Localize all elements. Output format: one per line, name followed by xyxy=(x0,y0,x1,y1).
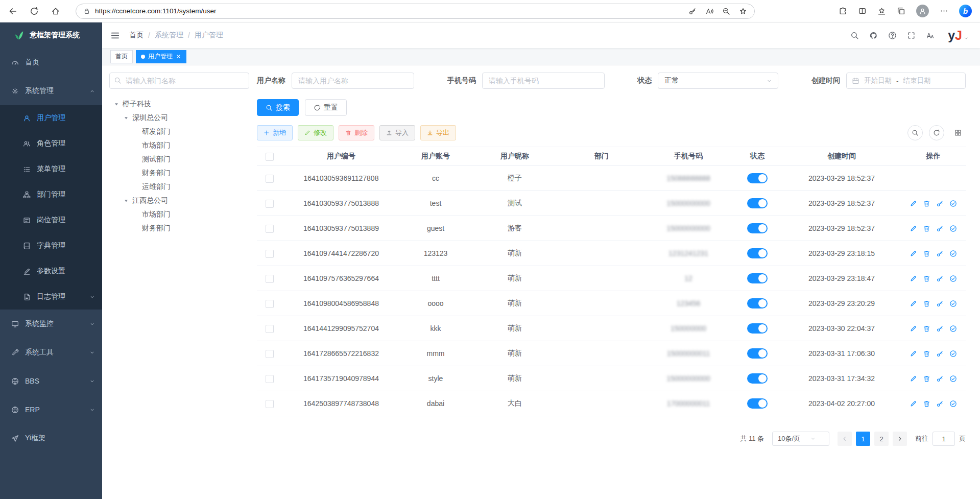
sidebar-item-dict-management[interactable]: 字典管理 xyxy=(0,233,102,258)
edit-row-icon[interactable] xyxy=(910,275,917,282)
page-size-select[interactable]: 10条/页 xyxy=(772,432,829,446)
caret-down-icon[interactable] xyxy=(123,115,129,121)
delete-button[interactable]: 删除 xyxy=(339,125,374,140)
favorites-icon[interactable] xyxy=(877,7,886,15)
caret-down-icon[interactable] xyxy=(113,101,119,107)
collections-icon[interactable] xyxy=(897,7,905,15)
export-button[interactable]: 导出 xyxy=(420,125,456,140)
row-checkbox[interactable] xyxy=(266,225,274,233)
edit-row-icon[interactable] xyxy=(910,225,917,232)
sidebar-item-menu-management[interactable]: 菜单管理 xyxy=(0,156,102,182)
reset-password-icon[interactable] xyxy=(936,325,944,332)
assign-role-icon[interactable] xyxy=(949,200,957,207)
add-button[interactable]: 新增 xyxy=(257,125,293,140)
edit-row-icon[interactable] xyxy=(910,250,917,257)
status-toggle[interactable] xyxy=(747,373,768,384)
next-page-button[interactable] xyxy=(893,432,907,446)
phone-input[interactable] xyxy=(482,73,605,89)
close-icon[interactable] xyxy=(176,54,181,59)
reset-password-icon[interactable] xyxy=(936,225,944,232)
edit-row-icon[interactable] xyxy=(910,300,917,307)
browser-refresh-icon[interactable] xyxy=(30,7,39,16)
status-select[interactable]: 正常 xyxy=(658,73,778,89)
assign-role-icon[interactable] xyxy=(949,225,957,232)
reset-password-icon[interactable] xyxy=(936,250,944,257)
import-button[interactable]: 导入 xyxy=(379,125,415,140)
reset-password-icon[interactable] xyxy=(936,375,944,383)
help-icon[interactable] xyxy=(888,31,897,40)
password-manager-icon[interactable] xyxy=(688,7,697,15)
sidebar-item-system-tools[interactable]: 系统工具 xyxy=(0,338,102,367)
department-search-input[interactable] xyxy=(109,73,249,89)
tab-1[interactable]: 用户管理 xyxy=(136,50,186,63)
delete-row-icon[interactable] xyxy=(923,325,930,332)
page-button-2[interactable]: 2 xyxy=(874,432,889,446)
status-toggle[interactable] xyxy=(747,173,768,183)
assign-role-icon[interactable] xyxy=(949,250,957,257)
delete-row-icon[interactable] xyxy=(923,400,930,408)
delete-row-icon[interactable] xyxy=(923,275,930,282)
status-toggle[interactable] xyxy=(747,273,768,283)
reset-password-icon[interactable] xyxy=(936,350,944,358)
breadcrumb-item[interactable]: 系统管理 xyxy=(155,31,183,40)
refresh-table-button[interactable] xyxy=(929,125,944,140)
delete-row-icon[interactable] xyxy=(923,225,930,232)
copilot-icon[interactable] xyxy=(959,5,972,17)
row-checkbox[interactable] xyxy=(266,325,274,333)
assign-role-icon[interactable] xyxy=(949,300,957,307)
prev-page-button[interactable] xyxy=(838,432,852,446)
toggle-search-button[interactable] xyxy=(907,125,923,140)
address-bar[interactable]: https://ccnetcore.com:1101/system/user xyxy=(76,4,755,19)
row-checkbox[interactable] xyxy=(266,350,274,358)
row-checkbox[interactable] xyxy=(266,200,274,208)
tree-node[interactable]: 测试部门 xyxy=(109,152,249,166)
edit-row-icon[interactable] xyxy=(910,375,917,383)
row-checkbox[interactable] xyxy=(266,275,274,283)
sidebar-item-system-monitor[interactable]: 系统监控 xyxy=(0,310,102,338)
column-settings-button[interactable] xyxy=(950,125,966,140)
tree-node[interactable]: 橙子科技 xyxy=(109,97,249,111)
sidebar-item-role-management[interactable]: 角色管理 xyxy=(0,131,102,156)
reset-password-icon[interactable] xyxy=(936,300,944,307)
search-button[interactable]: 搜索 xyxy=(257,99,299,116)
assign-role-icon[interactable] xyxy=(949,275,957,282)
status-toggle[interactable] xyxy=(747,298,768,308)
browser-home-icon[interactable] xyxy=(51,7,60,16)
sidebar-item-bbs[interactable]: BBS xyxy=(0,367,102,395)
row-checkbox[interactable] xyxy=(266,375,274,383)
sidebar-item-log-management[interactable]: 日志管理 xyxy=(0,284,102,310)
username-input[interactable] xyxy=(292,73,414,89)
menu-fold-icon[interactable] xyxy=(110,31,120,40)
status-toggle[interactable] xyxy=(747,323,768,334)
sidebar-item-user-management[interactable]: 用户管理 xyxy=(0,105,102,131)
sidebar-item-post-management[interactable]: 岗位管理 xyxy=(0,207,102,233)
edit-row-icon[interactable] xyxy=(910,400,917,408)
tree-node[interactable]: 运维部门 xyxy=(109,180,249,194)
delete-row-icon[interactable] xyxy=(923,200,930,207)
tree-node[interactable]: 江西总公司 xyxy=(109,194,249,207)
reset-password-icon[interactable] xyxy=(936,400,944,408)
select-all-checkbox[interactable] xyxy=(266,153,274,161)
edit-row-icon[interactable] xyxy=(910,325,917,332)
read-aloud-icon[interactable] xyxy=(705,7,713,15)
status-toggle[interactable] xyxy=(747,398,768,409)
reset-password-icon[interactable] xyxy=(936,275,944,282)
status-toggle[interactable] xyxy=(747,348,768,359)
zoom-icon[interactable] xyxy=(722,7,730,15)
edit-row-icon[interactable] xyxy=(910,200,917,207)
assign-role-icon[interactable] xyxy=(949,350,957,358)
row-checkbox[interactable] xyxy=(266,250,274,258)
split-screen-icon[interactable] xyxy=(858,7,867,15)
site-info-icon[interactable] xyxy=(83,8,90,15)
favorite-star-icon[interactable] xyxy=(739,7,747,15)
user-menu[interactable]: yJ xyxy=(948,29,969,42)
sidebar-item-param-settings[interactable]: 参数设置 xyxy=(0,258,102,284)
extensions-icon[interactable] xyxy=(839,7,847,15)
row-checkbox[interactable] xyxy=(266,175,274,183)
assign-role-icon[interactable] xyxy=(949,375,957,383)
status-toggle[interactable] xyxy=(747,248,768,258)
delete-row-icon[interactable] xyxy=(923,300,930,307)
status-toggle[interactable] xyxy=(747,223,768,233)
fullscreen-icon[interactable] xyxy=(907,31,916,40)
row-checkbox[interactable] xyxy=(266,300,274,308)
